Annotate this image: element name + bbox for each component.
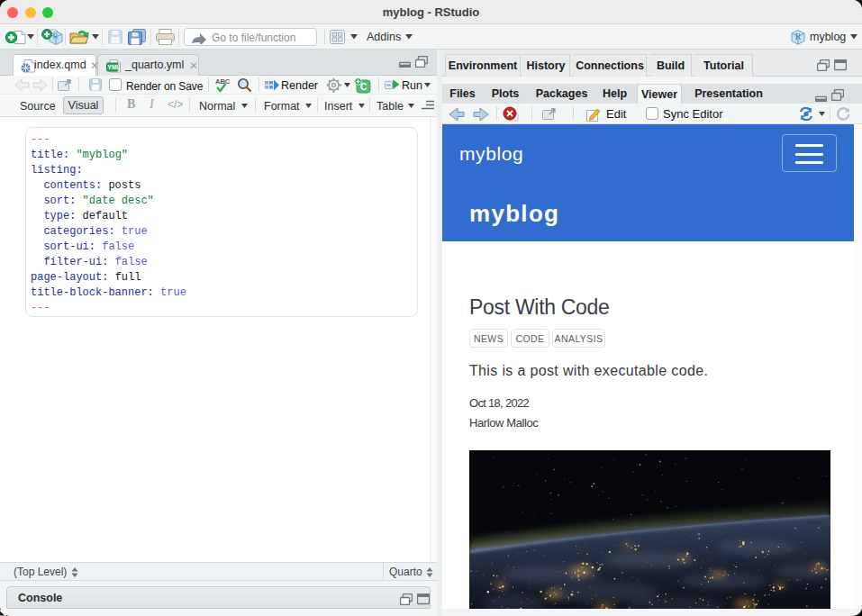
svg-text:ABC: ABC — [215, 77, 231, 86]
svg-text:R: R — [795, 32, 802, 41]
svg-text:R: R — [53, 32, 59, 41]
svg-text:YML: YML — [108, 64, 121, 70]
